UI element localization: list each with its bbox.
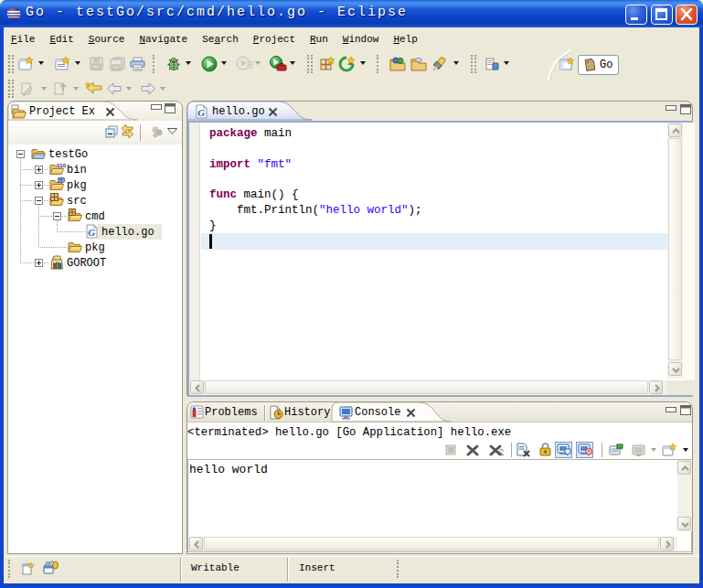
svg-text:010: 010: [57, 163, 67, 168]
